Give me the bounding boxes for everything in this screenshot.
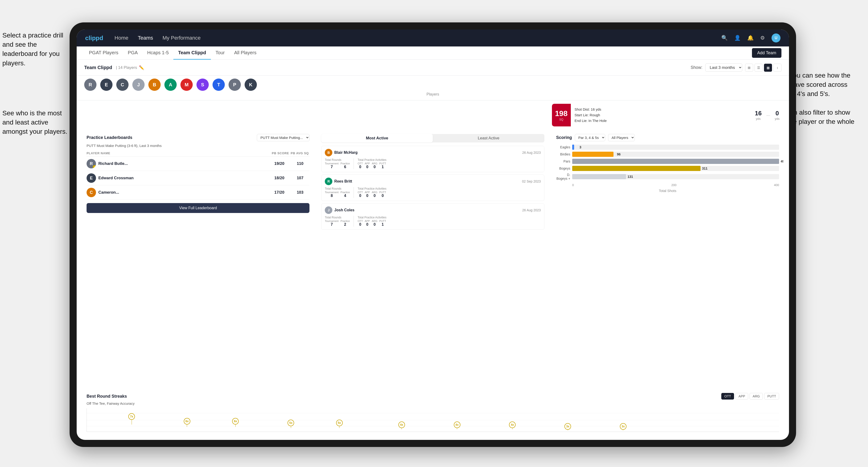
list-view-btn[interactable]: ☰ [754, 64, 763, 72]
player-avatar-1[interactable]: R [84, 79, 96, 91]
player-avatar-7[interactable]: M [181, 79, 193, 91]
settings-icon[interactable]: ⚙ [760, 35, 765, 41]
view-full-leaderboard-btn[interactable]: View Full Leaderboard [87, 203, 309, 213]
activity-avatar-3: J [325, 206, 332, 214]
main-grid: Practice Leaderboards PUTT Must Make Put… [76, 126, 789, 389]
nav-my-performance[interactable]: My Performance [162, 35, 200, 41]
player-thumb-1: R ⭐ [87, 159, 96, 168]
streak-filter-app[interactable]: APP [736, 393, 748, 400]
streak-filter-putt[interactable]: PUTT [764, 393, 779, 400]
player-name-1: Richard Butle... [98, 161, 128, 166]
nav-logo: clippd [85, 34, 103, 42]
bar-dbogeys-count: 131 [627, 175, 633, 179]
leaderboard-row-3[interactable]: C Cameron... 17/20 103 [87, 185, 309, 200]
end-lie: End Lie: In The Hole [575, 118, 747, 124]
grid-view-btn[interactable]: ⊞ [745, 64, 753, 72]
nav-home[interactable]: Home [115, 35, 129, 41]
scoring-player-filter[interactable]: All Players [608, 134, 635, 141]
sort-btn[interactable]: ↕ [773, 64, 781, 72]
streak-node-7: 4x [454, 422, 460, 429]
player-avatars: R E C J B A M S T P K [84, 79, 781, 91]
total-practice-group-1: Total Practice Activities OTT 0 APP 0 [358, 158, 386, 169]
scoring-card-header: Scoring Par 3, 4 & 5s All Players [556, 134, 779, 141]
bar-birdies-count: 96 [617, 152, 621, 156]
bell-icon[interactable]: 🔔 [747, 35, 753, 41]
total-rounds-group-2: Total Rounds Tournament 8 Practice 4 [325, 187, 350, 198]
subnav-tour[interactable]: Tour [211, 46, 229, 60]
bar-dbogeys-track: 131 [572, 174, 779, 179]
scoring-title: Scoring [556, 135, 572, 140]
activity-row-header-1: B Blair McHarg 26 Aug 2023 [325, 149, 540, 156]
player-avatar-11[interactable]: K [245, 79, 257, 91]
add-team-button[interactable]: Add Team [752, 48, 781, 58]
card-view-btn[interactable]: ▦ [764, 64, 772, 72]
content-area: Team Clippd | 14 Players ✏️ Show: Last 3… [76, 60, 789, 440]
search-icon[interactable]: 🔍 [721, 35, 728, 41]
bar-dbogeys-fill: 131 [572, 174, 626, 179]
player-avatar-5[interactable]: B [148, 79, 161, 91]
players-row: R E C J B A M S T P K Players [76, 76, 789, 100]
x-label-400: 400 [774, 183, 779, 187]
bar-eagles-label: Eagles [556, 145, 570, 149]
user-avatar[interactable]: U [772, 33, 780, 42]
leaderboard-row-1[interactable]: R ⭐ Richard Butle... 19/20 110 [87, 157, 309, 171]
show-period-select[interactable]: Last 3 months [705, 63, 742, 72]
activity-row-header-3: J Josh Coles 26 Aug 2023 [325, 206, 540, 214]
player-avatar-3[interactable]: C [116, 79, 129, 91]
player-avatar-4[interactable]: J [132, 79, 145, 91]
player-avatar-6[interactable]: A [164, 79, 177, 91]
streak-node-2: 6x [184, 418, 190, 427]
drill-select[interactable]: PUTT Must Make Putting... [257, 134, 309, 141]
shot-number: 198 [555, 109, 567, 118]
nav-teams[interactable]: Teams [138, 35, 153, 41]
player-avatar-2[interactable]: E [100, 79, 113, 91]
dist-num-2: 0 [775, 110, 780, 117]
streaks-header: Best Round Streaks OTT APP ARG PUTT [87, 393, 779, 400]
tablet-screen: clippd Home Teams My Performance 🔍 👤 🔔 ⚙… [76, 30, 789, 440]
subnav-hcaps[interactable]: Hcaps 1-5 [143, 46, 173, 60]
subnav-pga[interactable]: PGA [123, 46, 143, 60]
player-avatar-8[interactable]: S [196, 79, 209, 91]
streak-filter-ott[interactable]: OTT [721, 393, 734, 400]
leaderboard-row-2[interactable]: E Edward Crossman 18/20 107 [87, 171, 309, 185]
total-practice-group-2: Total Practice Activities OTT 0 APP 0 [358, 187, 386, 198]
player-score-1: 19/20 [270, 161, 289, 166]
subnav-all-players[interactable]: All Players [229, 46, 261, 60]
streak-node-3: 6x [232, 418, 239, 427]
activity-date-3: 26 Aug 2023 [522, 208, 541, 212]
player-score-3: 17/20 [270, 190, 289, 195]
bar-birdies-track: 96 [572, 152, 779, 157]
tab-most-active[interactable]: Most Active [321, 134, 433, 143]
bar-bogeys-count: 311 [702, 166, 707, 170]
nav-links: Home Teams My Performance [115, 35, 721, 41]
activity-tabs: Most Active Least Active [321, 134, 544, 143]
streak-subtitle: Off The Tee, Fairway Accuracy [87, 401, 779, 405]
scoring-par-filter[interactable]: Par 3, 4 & 5s [575, 134, 605, 141]
shot-unit: SQ [559, 118, 563, 121]
dist-separator: – [766, 111, 770, 119]
bar-pars-track: 499 [572, 159, 779, 164]
player-avatar-9[interactable]: T [213, 79, 225, 91]
leaderboard-header: Practice Leaderboards PUTT Must Make Put… [87, 134, 309, 141]
edit-team-icon[interactable]: ✏️ [139, 65, 144, 70]
streak-node-6: 4x [398, 422, 405, 429]
x-label-0: 0 [572, 183, 574, 187]
shot-info: Shot Dist: 16 yds Start Lie: Rough End L… [571, 104, 751, 126]
scoring-bar-chart: Eagles 3 Birdies [556, 145, 779, 181]
users-icon[interactable]: 👤 [734, 35, 741, 41]
subnav-team-clippd[interactable]: Team Clippd [173, 46, 211, 60]
streaks-chart: 7x 6x 6x 5x [87, 408, 779, 432]
streak-filter-arg[interactable]: ARG [750, 393, 763, 400]
activity-card: Most Active Least Active B Blair McHarg … [317, 130, 549, 385]
bar-bogeys-fill: 311 [572, 166, 701, 171]
player-avg-3: 103 [290, 190, 309, 195]
player-avatar-10[interactable]: P [228, 79, 241, 91]
x-axis: 0 200 400 [556, 182, 779, 187]
activity-date-2: 02 Sep 2023 [522, 180, 540, 183]
activity-player-2: R Rees Britt 02 Sep 2023 Total Rounds To… [321, 175, 544, 201]
player-info-3: C Cameron... [87, 188, 268, 197]
tab-least-active[interactable]: Least Active [433, 134, 545, 143]
subnav-pgat[interactable]: PGAT Players [84, 46, 123, 60]
dist-box-2: 0 yds [775, 110, 780, 121]
team-player-count: | 14 Players [116, 65, 137, 70]
